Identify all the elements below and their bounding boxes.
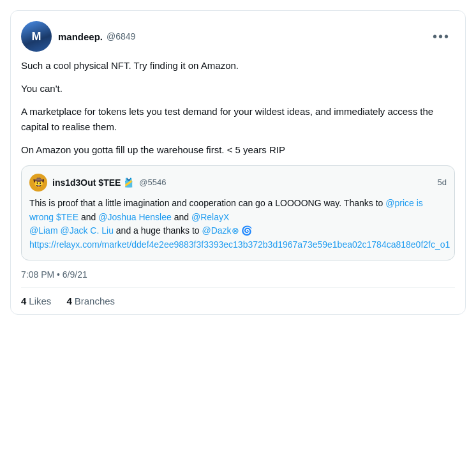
quoted-display-name: ins1d3Out $TEE 🎽: [52, 176, 134, 190]
body-paragraph-4: On Amazon you gotta fill up the warehous…: [21, 142, 455, 158]
tweet-header: M mandeep. @6849 •••: [21, 21, 455, 52]
avatar: M: [21, 21, 52, 52]
body-paragraph-3: A marketplace for tokens lets you test d…: [21, 104, 455, 135]
user-info: mandeep. @6849: [58, 31, 135, 42]
mention-dazk[interactable]: @Dazk⊗: [202, 225, 239, 236]
quoted-tweet-header: 🤠 ins1d3Out $TEE 🎽 @5546 5d: [29, 174, 447, 192]
body-paragraph-1: Such a cool physical NFT. Try finding it…: [21, 58, 455, 73]
tweet-stats: 4 Likes 4 Branches: [21, 287, 455, 306]
mention-jack[interactable]: @Jack C. Liu: [60, 225, 113, 236]
handle: @6849: [107, 31, 135, 41]
likes-stat: 4 Likes: [21, 296, 51, 306]
likes-count: 4: [21, 296, 26, 306]
branches-count: 4: [66, 296, 71, 306]
tweet-body: Such a cool physical NFT. Try finding it…: [21, 58, 455, 260]
quoted-header-left: 🤠 ins1d3Out $TEE 🎽 @5546: [29, 174, 166, 192]
username-row: mandeep. @6849: [58, 31, 135, 42]
mention-joshua[interactable]: @Joshua Henslee: [98, 212, 172, 222]
tweet-timestamp: 7:08 PM • 6/9/21: [21, 269, 455, 280]
quoted-handle: @5546: [139, 176, 166, 190]
display-name: mandeep.: [58, 31, 103, 42]
quoted-time: 5d: [438, 176, 447, 190]
likes-label: Likes: [29, 296, 51, 306]
quoted-avatar: 🤠: [29, 174, 47, 192]
body-paragraph-2: You can't.: [21, 81, 455, 96]
branches-stat: 4 Branches: [66, 296, 115, 306]
branches-label: Branches: [75, 296, 115, 306]
quoted-link[interactable]: https://relayx.com/market/ddef4e2ee9883f…: [29, 239, 450, 250]
more-options-button[interactable]: •••: [428, 27, 455, 47]
mention-relayx[interactable]: @RelayX: [191, 212, 229, 222]
tweet-header-left: M mandeep. @6849: [21, 21, 135, 52]
mention-liam[interactable]: @Liam: [29, 225, 58, 236]
tweet-card: M mandeep. @6849 ••• Such a cool physica…: [10, 10, 466, 315]
quoted-tweet-body: This is proof that a little imagination …: [29, 197, 447, 252]
quoted-tweet[interactable]: 🤠 ins1d3Out $TEE 🎽 @5546 5d This is proo…: [21, 165, 455, 260]
